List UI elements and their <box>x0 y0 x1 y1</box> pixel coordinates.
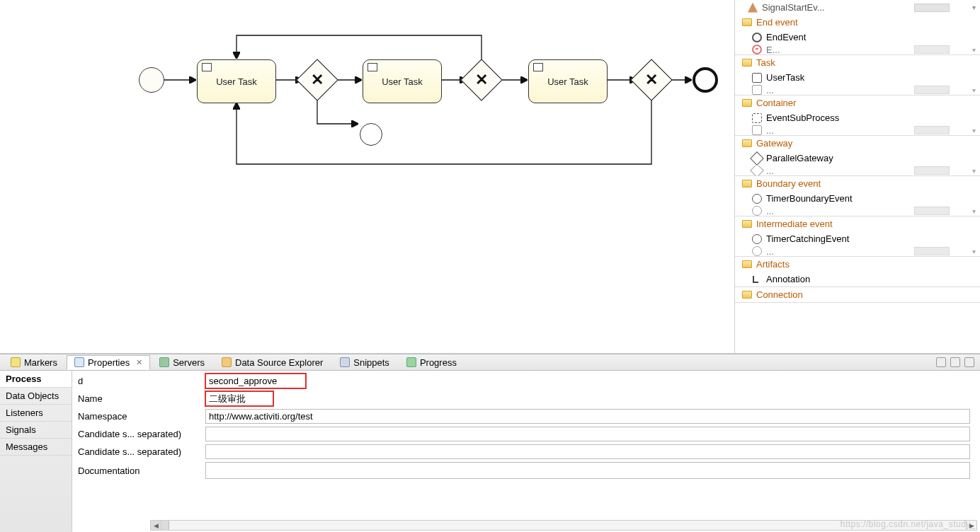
palette-item[interactable]: ParallelGateway <box>748 151 980 166</box>
palette-item-label: ... <box>766 206 774 216</box>
exclusive-gateway-3[interactable]: ✕ <box>630 59 672 100</box>
tab-properties[interactable]: Properties ✕ <box>67 355 150 370</box>
tab-progress[interactable]: Progress <box>399 355 465 370</box>
palette-item[interactable]: TimerBoundaryEvent <box>748 191 980 206</box>
tab-label: Data Source Explorer <box>235 357 323 368</box>
tab-servers[interactable]: Servers <box>152 355 212 370</box>
tab-markers[interactable]: Markers <box>3 355 65 370</box>
nav-listeners[interactable]: Listeners <box>0 405 72 422</box>
scroll-grip[interactable] <box>914 166 950 175</box>
bottom-tabs: Markers Properties ✕ Servers Data Source… <box>0 354 980 371</box>
scroll-grip[interactable] <box>914 126 950 134</box>
user-task-type-icon <box>533 63 543 71</box>
user-task-1[interactable]: User Task <box>197 59 276 103</box>
dashed-icon <box>752 113 762 123</box>
tab-label: Progress <box>420 357 457 368</box>
folder-icon <box>742 180 752 187</box>
namespace-input[interactable] <box>205 409 970 424</box>
palette-item[interactable]: UserTask <box>748 70 980 85</box>
palette-item[interactable]: ...▾ <box>748 125 980 135</box>
palette-item[interactable]: TimerCatchingEvent <box>748 231 980 246</box>
palette-drawer-title: Container <box>756 98 973 108</box>
palette-item-label: TimerBoundaryEvent <box>766 193 853 204</box>
scroll-grip[interactable] <box>914 207 950 215</box>
chevron-down-icon: ▾ <box>972 207 976 215</box>
end-event-small[interactable] <box>360 123 382 146</box>
servers-icon <box>159 357 169 367</box>
nav-signals[interactable]: Signals <box>0 422 72 439</box>
properties-body: d Name Namespace Candidate s... separate… <box>72 371 980 532</box>
signal-start-icon <box>748 3 758 13</box>
palette-item[interactable]: ...▾ <box>748 206 980 216</box>
palette-item[interactable]: ...▾ <box>748 166 980 175</box>
exclusive-gateway-2[interactable]: ✕ <box>460 59 502 100</box>
palette-drawer: Intermediate eventTimerCatchingEvent...▾ <box>735 216 980 257</box>
scroll-grip[interactable] <box>914 45 950 54</box>
tab-label: Markers <box>24 357 57 368</box>
end-event[interactable] <box>693 67 718 93</box>
properties-nav: Process Data Objects Listeners Signals M… <box>0 371 72 532</box>
documentation-input[interactable] <box>205 462 970 479</box>
start-event[interactable] <box>139 67 164 93</box>
palette-item[interactable]: Annotation <box>748 272 980 287</box>
palette-drawer-header[interactable]: Connection <box>735 287 980 302</box>
chevron-down-icon: ▾ <box>972 248 976 255</box>
user-task-label: User Task <box>216 76 257 87</box>
tab-snippets[interactable]: Snippets <box>332 355 397 370</box>
user-task-label: User Task <box>547 76 588 87</box>
palette-drawer-header[interactable]: Task <box>735 55 980 70</box>
palette-drawer-header[interactable]: Intermediate event <box>735 216 980 231</box>
name-input[interactable] <box>205 391 273 406</box>
palette-item-label: ParallelGateway <box>766 153 833 163</box>
user-task-2[interactable]: User Task <box>363 59 442 103</box>
nav-process[interactable]: Process <box>0 371 72 388</box>
scroll-grip[interactable] <box>914 4 950 12</box>
folder-icon <box>742 59 752 66</box>
palette-drawer-title: Gateway <box>756 138 973 149</box>
l-icon <box>752 274 762 284</box>
round-icon <box>752 234 762 244</box>
id-input[interactable] <box>205 374 306 388</box>
exclusive-gateway-1[interactable]: ✕ <box>296 59 338 100</box>
palette-drawer-header[interactable]: End event <box>735 15 980 30</box>
user-task-3[interactable]: User Task <box>528 59 608 103</box>
tab-label: Properties <box>88 357 130 368</box>
close-icon[interactable]: ✕ <box>136 358 142 367</box>
user-task-label: User Task <box>382 76 423 87</box>
palette-item[interactable]: ...▾ <box>748 246 980 256</box>
palette-drawer-header[interactable]: Boundary event <box>735 176 980 191</box>
bpmn-canvas[interactable]: User Task ✕ User Task ✕ User Task ✕ <box>0 0 735 353</box>
palette-item-label: E... <box>766 45 780 54</box>
candidate-starter-users-input[interactable] <box>205 427 970 441</box>
palette-drawer-header[interactable]: Gateway <box>735 136 980 151</box>
user-task-type-icon <box>202 63 212 71</box>
stop-icon <box>752 33 762 42</box>
round-icon <box>752 206 762 216</box>
palette-drawer-header[interactable]: Container <box>735 96 980 110</box>
documentation-label: Documentation <box>75 466 205 476</box>
palette-drawer: Boundary eventTimerBoundaryEvent...▾ <box>735 176 980 216</box>
tab-data-source-explorer[interactable]: Data Source Explorer <box>214 355 331 370</box>
palette-item[interactable]: EndEvent <box>748 30 980 45</box>
candidate-starter-groups-label: Candidate s... separated) <box>75 446 205 457</box>
nav-data-objects[interactable]: Data Objects <box>0 388 72 405</box>
view-tool-2[interactable] <box>950 357 960 367</box>
shapes-palette: SignalStartEv... ▾ End eventEndEventE...… <box>735 0 980 353</box>
palette-item-label: TimerCatchingEvent <box>766 233 849 244</box>
palette-item-label: ... <box>766 246 774 256</box>
palette-item[interactable]: EventSubProcess <box>748 110 980 125</box>
name-label: Name <box>75 393 205 404</box>
scroll-grip[interactable] <box>914 247 950 255</box>
palette-item[interactable]: E...▾ <box>748 45 980 54</box>
scroll-left-icon[interactable]: ◀ <box>151 521 161 530</box>
nav-messages[interactable]: Messages <box>0 439 72 456</box>
candidate-starter-groups-input[interactable] <box>205 444 970 459</box>
scroll-grip[interactable] <box>914 86 950 94</box>
round-icon <box>752 194 762 204</box>
folder-icon <box>742 291 752 299</box>
square-icon <box>752 125 762 135</box>
palette-item[interactable]: ...▾ <box>748 85 980 95</box>
view-tool-1[interactable] <box>936 357 946 367</box>
palette-drawer-header[interactable]: Artifacts <box>735 257 980 272</box>
view-tool-3[interactable] <box>964 357 974 367</box>
